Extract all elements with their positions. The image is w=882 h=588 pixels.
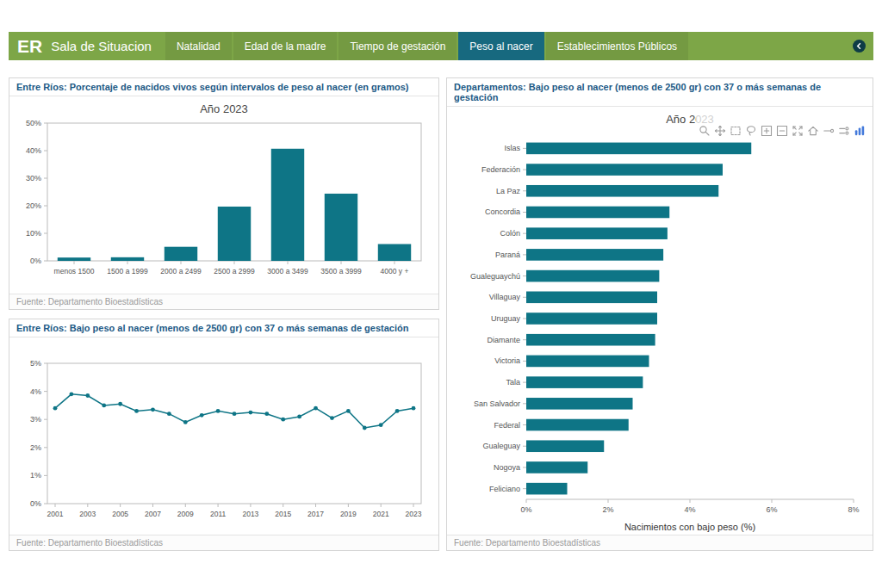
pan-icon[interactable] xyxy=(713,112,726,125)
svg-text:Colón: Colón xyxy=(500,229,520,238)
svg-text:5%: 5% xyxy=(30,359,41,368)
svg-text:2015: 2015 xyxy=(275,510,291,518)
svg-text:2500 a 2999: 2500 a 2999 xyxy=(214,267,255,275)
svg-text:0%: 0% xyxy=(30,257,41,265)
svg-text:2017: 2017 xyxy=(307,510,324,518)
svg-text:30%: 30% xyxy=(26,174,41,183)
panel-departments: Departamentos: Bajo peso al nacer (menos… xyxy=(446,77,873,551)
panel-low-weight-trend-title: Entre Ríos: Bajo peso al nacer (menos de… xyxy=(9,319,438,337)
navbar-right xyxy=(853,32,873,60)
tab-tiempo-de-gestacion[interactable]: Tiempo de gestación xyxy=(339,32,457,60)
zoom-out-icon[interactable] xyxy=(775,112,788,125)
svg-text:Concordia: Concordia xyxy=(485,207,520,216)
svg-text:8%: 8% xyxy=(848,505,859,514)
panel-departments-title: Departamentos: Bajo peso al nacer (menos… xyxy=(447,78,873,107)
intervals-chart-title: Año 2023 xyxy=(13,98,435,116)
svg-text:Diamante: Diamante xyxy=(487,336,520,344)
er-logo: ER xyxy=(17,37,42,55)
svg-text:40%: 40% xyxy=(26,146,41,155)
svg-text:2009: 2009 xyxy=(177,510,194,518)
svg-text:Tala: Tala xyxy=(506,378,520,387)
svg-text:1%: 1% xyxy=(30,471,41,480)
svg-text:Villaguay: Villaguay xyxy=(489,293,521,301)
svg-text:Uruguay: Uruguay xyxy=(491,314,521,323)
svg-text:20%: 20% xyxy=(26,201,41,210)
hover-compare-icon[interactable] xyxy=(837,112,850,125)
tab-natalidad[interactable]: Natalidad xyxy=(165,32,232,60)
svg-text:Federal: Federal xyxy=(494,421,520,430)
svg-text:Victoria: Victoria xyxy=(494,356,520,365)
brand: ER Sala de Situacion xyxy=(9,32,165,60)
svg-text:2003: 2003 xyxy=(79,510,96,518)
svg-text:Gualeguay: Gualeguay xyxy=(482,442,520,450)
svg-text:menos 1500: menos 1500 xyxy=(54,267,95,275)
svg-text:2007: 2007 xyxy=(145,510,161,518)
panel-departments-body: Año 2023 0%2%4%6%8%Nacimientos con bajo … xyxy=(447,107,873,535)
svg-text:6%: 6% xyxy=(766,505,777,514)
svg-text:4%: 4% xyxy=(30,387,41,396)
svg-text:2019: 2019 xyxy=(340,510,357,518)
zoom-icon[interactable] xyxy=(698,112,711,125)
tab-peso-al-nacer[interactable]: Peso al nacer xyxy=(458,32,543,60)
panel-low-weight-trend-source: Fuente: Departamento Bioestadísticas xyxy=(9,535,438,550)
svg-text:2011: 2011 xyxy=(210,510,227,518)
autoscale-icon[interactable] xyxy=(791,112,804,125)
svg-text:San Salvador: San Salvador xyxy=(474,399,520,408)
svg-text:Nacimientos con bajo peso (%): Nacimientos con bajo peso (%) xyxy=(624,522,755,532)
navbar: ER Sala de Situacion NatalidadEdad de la… xyxy=(9,32,873,60)
svg-text:1500 a 1999: 1500 a 1999 xyxy=(107,267,148,275)
hover-closest-icon[interactable] xyxy=(822,112,835,125)
svg-text:0%: 0% xyxy=(30,499,41,508)
svg-text:Paraná: Paraná xyxy=(495,251,520,259)
zoom-in-icon[interactable] xyxy=(760,112,773,125)
panel-weight-intervals-source: Fuente: Departamento Bioestadísticas xyxy=(9,294,438,309)
svg-text:3000 a 3499: 3000 a 3499 xyxy=(267,267,308,275)
svg-text:3500 a 3999: 3500 a 3999 xyxy=(320,267,362,275)
app-title: Sala de Situacion xyxy=(51,39,152,53)
svg-text:Islas: Islas xyxy=(504,144,520,152)
svg-text:0%: 0% xyxy=(520,505,531,514)
tab-edad-de-la-madre[interactable]: Edad de la madre xyxy=(233,32,338,60)
navbar-collapse-icon[interactable] xyxy=(853,40,866,53)
panel-weight-intervals: Entre Ríos: Porcentaje de nacidos vivos … xyxy=(9,77,439,310)
svg-text:2021: 2021 xyxy=(373,510,389,518)
panel-departments-source: Fuente: Departamento Bioestadísticas xyxy=(447,535,873,550)
svg-text:2005: 2005 xyxy=(112,510,128,518)
panel-weight-intervals-body: Año 2023 0%10%20%30%40%50%menos 15001500… xyxy=(9,96,438,294)
tab-establecimientos-publicos[interactable]: Establecimientos Públicos xyxy=(546,32,688,60)
svg-text:Feliciano: Feliciano xyxy=(489,485,520,493)
svg-text:2%: 2% xyxy=(602,505,613,514)
svg-text:Nogoya: Nogoya xyxy=(494,463,520,472)
svg-text:Gualeguaychú: Gualeguaychú xyxy=(470,272,520,281)
nav-tabs: NatalidadEdad de la madreTiempo de gesta… xyxy=(165,32,690,60)
svg-text:2000 a 2499: 2000 a 2499 xyxy=(160,267,202,275)
svg-text:2001: 2001 xyxy=(47,510,64,518)
reset-axes-icon[interactable] xyxy=(806,112,819,125)
svg-text:2%: 2% xyxy=(30,443,41,452)
low-weight-trend-line-chart[interactable]: 0%1%2%3%4%5%2001200320052007200920112013… xyxy=(13,355,432,531)
plotly-logo-icon[interactable] xyxy=(853,112,866,125)
panel-low-weight-trend: Entre Ríos: Bajo peso al nacer (menos de… xyxy=(9,319,439,551)
svg-text:2013: 2013 xyxy=(242,510,258,518)
box-select-icon[interactable] xyxy=(729,112,742,125)
panel-weight-intervals-title: Entre Ríos: Porcentaje de nacidos vivos … xyxy=(9,78,438,96)
svg-text:4%: 4% xyxy=(684,505,695,514)
weight-intervals-bar-chart[interactable]: 0%10%20%30%40%50%menos 15001500 a 199920… xyxy=(13,116,432,287)
lasso-icon[interactable] xyxy=(744,112,757,125)
departments-hbar-chart[interactable]: 0%2%4%6%8%Nacimientos con bajo peso (%)I… xyxy=(450,133,867,535)
panel-low-weight-trend-body: 0%1%2%3%4%5%2001200320052007200920112013… xyxy=(9,337,438,535)
svg-text:4000 y +: 4000 y + xyxy=(381,267,409,275)
svg-text:3%: 3% xyxy=(30,415,41,424)
plotly-modebar xyxy=(696,111,867,126)
svg-text:10%: 10% xyxy=(26,229,41,238)
svg-text:La Paz: La Paz xyxy=(496,187,521,195)
svg-text:2023: 2023 xyxy=(406,510,422,518)
svg-text:50%: 50% xyxy=(26,119,41,127)
svg-text:Federación: Federación xyxy=(481,165,520,174)
